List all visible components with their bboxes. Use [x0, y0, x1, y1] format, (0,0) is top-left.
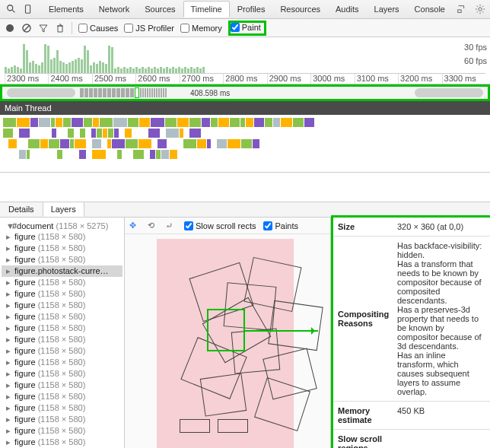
svg-rect-3 — [458, 10, 461, 13]
tick: 2500 ms — [92, 74, 135, 84]
tree-item[interactable]: ▸ figure (1158 × 580) — [2, 300, 123, 311]
causes-checkbox[interactable]: Causes — [78, 24, 118, 33]
tab-elements[interactable]: Elements — [41, 1, 91, 17]
jsprofiler-checkbox[interactable]: JS Profiler — [124, 24, 174, 33]
tree-item[interactable]: ▸ figure (1158 × 580) — [2, 437, 123, 448]
panel-tabs: Elements Network Sources Timeline Profil… — [41, 1, 453, 17]
tick: 2300 ms — [5, 74, 48, 84]
prop-memory: Memory estimate 450 KB — [333, 402, 490, 430]
paint-label: Paint — [242, 23, 261, 32]
separator — [72, 22, 72, 34]
tab-details[interactable]: Details — [0, 202, 43, 217]
tree-item[interactable]: ▸ figure (1158 × 580) — [2, 414, 123, 425]
tree-item[interactable]: ▸ figure (1158 × 580) — [2, 254, 123, 265]
tree-root[interactable]: ▼#document (1158 × 5275) — [2, 221, 123, 231]
svg-line-9 — [24, 25, 30, 31]
tree-item[interactable]: ▸ figure.photostack-curre… — [2, 265, 123, 277]
scrub-handle-right[interactable] — [415, 88, 483, 97]
tick: 2900 ms — [267, 74, 310, 84]
garbage-icon[interactable] — [55, 23, 65, 33]
selected-layer[interactable] — [207, 309, 245, 351]
prop-key: Size — [333, 218, 393, 236]
filter-icon[interactable] — [38, 23, 49, 33]
tree-item[interactable]: ▸ figure (1158 × 580) — [2, 345, 123, 357]
tab-profiles[interactable]: Profiles — [230, 1, 273, 17]
tree-item[interactable]: ▸ figure (1158 × 580) — [2, 402, 123, 414]
prop-value: 450 KB — [393, 402, 490, 429]
tab-audits[interactable]: Audits — [328, 1, 367, 17]
svg-point-0 — [8, 5, 13, 11]
tab-sources[interactable]: Sources — [137, 1, 183, 17]
tree-item[interactable]: ▸ figure (1158 × 580) — [2, 357, 123, 368]
paint-highlight: Paint — [228, 21, 266, 36]
thread-header: Main Thread — [0, 101, 490, 115]
tree-item[interactable]: ▸ figure (1158 × 580) — [2, 380, 123, 391]
tree-item[interactable]: ▸ figure (1158 × 580) — [2, 334, 123, 345]
tree-item[interactable]: ▸ figure (1158 × 580) — [2, 311, 123, 322]
prop-key: Compositing Reasons — [333, 237, 393, 401]
svg-rect-2 — [26, 5, 30, 14]
tick: 2600 ms — [135, 74, 179, 84]
prop-key: Memory estimate — [333, 402, 393, 429]
scrub-handle-left[interactable] — [7, 88, 75, 97]
tab-resources[interactable]: Resources — [272, 1, 328, 17]
layer-wireframe[interactable] — [200, 373, 247, 416]
tick: 3100 ms — [355, 74, 398, 84]
fps-labels: 30 fps 60 fps — [464, 40, 487, 68]
drawer-icon[interactable] — [456, 3, 468, 15]
jsprofiler-label: JS Profiler — [135, 24, 174, 33]
tree-item[interactable]: ▸ figure (1158 × 580) — [2, 243, 123, 254]
tick: 3300 ms — [442, 74, 485, 84]
viz-toolbar: ✥ ⟲ ⤾ Slow scroll rects Paints — [125, 218, 330, 234]
pan-icon[interactable]: ✥ — [129, 221, 140, 230]
timeline-controls: Causes JS Profiler Memory Paint — [0, 19, 490, 37]
scrub-frames[interactable]: 408.598 ms — [80, 87, 410, 99]
tab-layers-lower[interactable]: Layers — [43, 202, 84, 217]
reset-icon[interactable]: ⤾ — [166, 221, 177, 230]
frame-scrubber[interactable]: 408.598 ms — [0, 84, 490, 101]
tab-console[interactable]: Console — [407, 1, 453, 17]
tree-item[interactable]: ▸ figure (1158 × 580) — [2, 391, 123, 402]
devtools-toolbar: Elements Network Sources Timeline Profil… — [0, 0, 490, 19]
paints-label: Paints — [275, 221, 298, 230]
tree-item[interactable]: ▸ figure (1158 × 580) — [2, 288, 123, 300]
slow-scroll-checkbox[interactable]: Slow scroll rects — [184, 221, 256, 230]
tick: 2400 ms — [48, 74, 91, 84]
rotate-icon[interactable]: ⟲ — [148, 221, 158, 230]
tree-item[interactable]: ▸ figure (1158 × 580) — [2, 425, 123, 437]
paints-checkbox[interactable]: Paints — [263, 221, 298, 230]
search-icon[interactable] — [6, 3, 17, 15]
svg-point-7 — [6, 24, 14, 32]
prop-value: Has backface-visibility: hidden.Has a tr… — [393, 237, 490, 401]
paint-checkbox[interactable]: Paint — [231, 23, 261, 32]
tick: 3000 ms — [310, 74, 354, 84]
fps60-label: 60 fps — [464, 54, 487, 68]
flame-chart[interactable] — [0, 115, 490, 173]
memory-label: Memory — [192, 24, 222, 33]
prop-compositing-reasons: Compositing Reasons Has backface-visibil… — [333, 237, 490, 402]
causes-label: Causes — [90, 24, 118, 33]
clear-icon[interactable] — [21, 23, 32, 33]
settings-icon[interactable] — [474, 3, 486, 15]
tab-layers[interactable]: Layers — [367, 1, 407, 17]
layer-tree[interactable]: ▼#document (1158 × 5275) ▸ figure (1158 … — [0, 218, 125, 448]
tree-item[interactable]: ▸ figure (1158 × 580) — [2, 231, 123, 243]
layer-properties: Size 320 × 360 (at 0,0) Compositing Reas… — [331, 215, 490, 448]
tree-item[interactable]: ▸ figure (1158 × 580) — [2, 322, 123, 334]
memory-checkbox[interactable]: Memory — [180, 24, 222, 33]
tree-item[interactable]: ▸ figure (1158 × 580) — [2, 277, 123, 288]
layer-visualization[interactable]: ✥ ⟲ ⤾ Slow scroll rects Paints — [125, 218, 331, 448]
tab-timeline[interactable]: Timeline — [183, 1, 230, 17]
overview-pane[interactable]: 30 fps 60 fps 2300 ms 2400 ms 2500 ms 26… — [0, 37, 490, 84]
lower-pane: ▼#document (1158 × 5275) ▸ figure (1158 … — [0, 218, 490, 448]
tree-item[interactable]: ▸ figure (1158 × 580) — [2, 368, 123, 380]
svg-point-4 — [479, 8, 482, 11]
tab-network[interactable]: Network — [91, 1, 137, 17]
record-icon[interactable] — [5, 23, 15, 33]
tick: 3200 ms — [398, 74, 441, 84]
svg-line-1 — [12, 10, 15, 13]
arrow-icon — [245, 330, 318, 332]
prop-slow-scroll: Slow scroll regions — [333, 430, 490, 448]
spacer — [0, 173, 490, 202]
device-icon[interactable] — [23, 3, 33, 15]
